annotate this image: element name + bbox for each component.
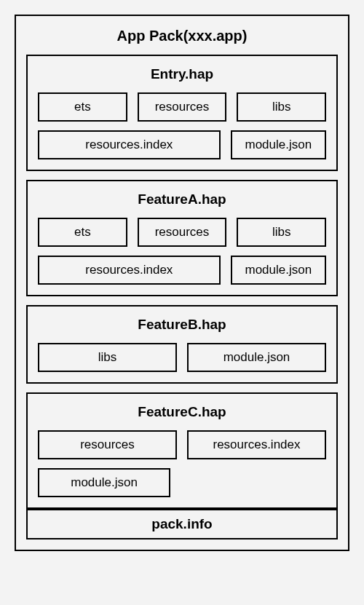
module-title: FeatureC.hap (38, 404, 326, 420)
module-item: resources (138, 218, 227, 247)
module-title: FeatureA.hap (38, 191, 326, 207)
module-row: etsresourceslibs (38, 218, 326, 247)
module-box: Entry.hapetsresourceslibsresources.index… (26, 55, 338, 171)
app-pack-title: App Pack(xxx.app) (26, 28, 338, 44)
module-item: libs (38, 343, 177, 372)
app-pack-container: App Pack(xxx.app) Entry.hapetsresourcesl… (15, 15, 349, 551)
module-item: resources.index (38, 256, 221, 285)
modules-container: Entry.hapetsresourceslibsresources.index… (26, 55, 338, 509)
module-item: libs (237, 92, 326, 122)
module-row: resources.indexmodule.json (38, 130, 326, 159)
module-box: FeatureA.hapetsresourceslibsresources.in… (26, 180, 338, 296)
module-item: libs (237, 218, 326, 247)
module-item: resources (38, 430, 177, 459)
module-item: module.json (187, 343, 326, 372)
module-row: resourcesresources.index (38, 430, 326, 459)
module-title: Entry.hap (38, 66, 326, 82)
module-box: FeatureC.hapresourcesresources.indexmodu… (26, 392, 338, 509)
module-row: etsresourceslibs (38, 92, 326, 122)
module-item: module.json (231, 256, 326, 285)
module-title: FeatureB.hap (38, 317, 326, 333)
pack-info-box: pack.info (26, 509, 338, 539)
module-row: resources.indexmodule.json (38, 256, 326, 285)
module-item: resources.index (38, 130, 221, 159)
module-item: module.json (231, 130, 326, 159)
module-item: resources (138, 92, 227, 122)
module-item: resources.index (187, 430, 326, 459)
module-row: module.json (38, 468, 326, 497)
module-item: ets (38, 218, 127, 247)
module-row: libsmodule.json (38, 343, 326, 372)
module-item: ets (38, 92, 127, 122)
module-item: module.json (38, 468, 170, 497)
module-box: FeatureB.haplibsmodule.json (26, 305, 338, 384)
